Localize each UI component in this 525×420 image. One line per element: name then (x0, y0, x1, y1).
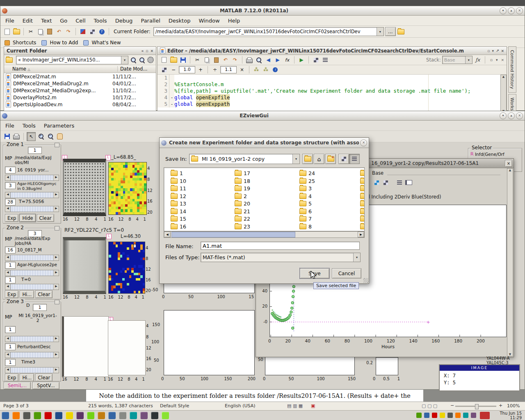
up-one-level-icon[interactable] (302, 154, 313, 164)
cell-eval-advance-icon[interactable]: ⁂ (262, 66, 270, 74)
undo-icon[interactable]: ↶ (55, 27, 63, 36)
folder-item[interactable]: 1 (171, 170, 183, 176)
results-layout-icon[interactable] (404, 178, 413, 187)
file-row[interactable]: DoverlayPlots2.m10/17/2... (4, 94, 156, 101)
folder-item[interactable]: 18 (235, 178, 250, 184)
zone2-field-2[interactable]: 16 (5, 247, 16, 253)
folder-item[interactable]: 8 (299, 224, 312, 230)
multiply-icon[interactable]: × (238, 66, 246, 74)
zone1-hide-button[interactable]: Hide (20, 214, 35, 222)
folder-item[interactable]: 14 (171, 208, 186, 215)
new-folder-icon[interactable]: + (325, 154, 336, 164)
taskbar-app-icon-12[interactable] (119, 412, 126, 419)
zoom-out-icon[interactable]: − (450, 403, 454, 408)
cell-value2-field[interactable]: 1.1 (220, 66, 237, 73)
matlab-menu-text[interactable]: Text (41, 18, 52, 24)
current-folder-path-combo[interactable]: /media/data/EASY/InovImager_jwrCF_WINLin… (153, 27, 384, 36)
back-icon[interactable]: ◀ (264, 56, 272, 64)
taskbar-app-icon-1[interactable] (2, 412, 9, 419)
close-icon[interactable]: × (501, 58, 504, 62)
chevron-down-icon[interactable]: ▾ (377, 27, 383, 36)
zone2-exp-button[interactable]: Exp (5, 290, 18, 298)
increase-icon[interactable]: + (196, 66, 205, 74)
zone1-clear-button[interactable]: Clear (37, 214, 54, 222)
resize-grip[interactable] (363, 278, 368, 283)
folder-item[interactable]: 12 (171, 193, 186, 199)
zone3-field-4[interactable]: 1 (5, 359, 16, 366)
file-row[interactable]: DMPexcel2mat_MediaDrug2.m04/01/2... (4, 80, 156, 87)
gear-icon[interactable] (147, 56, 154, 64)
paste-icon[interactable] (46, 27, 54, 36)
list-view-icon[interactable] (338, 154, 349, 164)
taskbar-app-icon-10[interactable] (98, 412, 105, 419)
file-row[interactable]: DMPexcel2mat.m11/11/2... (4, 73, 156, 80)
zone1-plate-photo[interactable] (63, 159, 106, 216)
new-file-icon[interactable] (3, 27, 11, 36)
zone1-heatmap[interactable] (108, 162, 147, 215)
zone2-slider-2[interactable]: ◀▶ (5, 270, 59, 276)
pan-hand-icon[interactable] (56, 132, 64, 141)
redo-icon[interactable]: ↷ (231, 56, 239, 64)
zone2-field-4[interactable]: 1 (5, 276, 16, 283)
chevron-down-icon[interactable]: ▾ (492, 49, 494, 53)
redo-icon[interactable]: ↷ (64, 27, 73, 36)
clock[interactable]: Thu Jun 15 11:29 (492, 411, 525, 420)
ezview-titlebar[interactable]: EZviewGui ▾ ▴ × (0, 111, 525, 121)
zone3-slider-3[interactable]: ◀▶ (5, 367, 59, 373)
new-script-icon[interactable] (160, 56, 168, 64)
image-tool-icon[interactable]: L (106, 234, 112, 239)
dock-icon[interactable]: ▫ (487, 49, 490, 53)
copy-icon[interactable] (203, 56, 211, 64)
tray-icon-5[interactable] (447, 413, 453, 418)
chevron-down-icon[interactable]: ▾ (353, 253, 360, 262)
editor-scrollbar[interactable]: ▲▼ (500, 75, 507, 112)
maximize-icon[interactable]: ▴ (508, 7, 515, 14)
print-icon[interactable] (12, 132, 21, 141)
code-line[interactable]: 2%EstartConsole.m (158, 81, 507, 88)
semil-button[interactable]: SemiL... (4, 382, 31, 389)
folder-item[interactable] (360, 178, 365, 184)
guide-icon[interactable] (88, 27, 96, 36)
cell-value1-field[interactable]: 1.0 (179, 66, 195, 73)
cancel-button[interactable]: Cancel (332, 268, 361, 278)
undo-icon[interactable]: ↶ (221, 56, 230, 64)
zone1-index-field[interactable]: 1 (28, 147, 42, 154)
tray-icon-7[interactable] (463, 413, 468, 418)
taskbar-app-icon-11[interactable] (108, 412, 116, 419)
folder-item[interactable]: 16 (171, 224, 186, 230)
zone1-slider-1[interactable]: ◀▶ (5, 175, 59, 181)
print-icon[interactable] (245, 56, 253, 64)
image-window-titlebar[interactable]: IMAGE (440, 365, 519, 371)
tray-icon-1[interactable] (416, 413, 422, 418)
code-line[interactable]: 4-global openExpfile (158, 94, 507, 101)
cut-icon[interactable]: ✂ (27, 27, 35, 36)
search-icon[interactable] (130, 56, 137, 64)
zone1-field-2[interactable]: 4 (5, 167, 16, 173)
zone2-clear-button[interactable]: Clear (35, 290, 52, 298)
close-icon[interactable]: × (516, 7, 523, 14)
taskbar-app-icon-2[interactable] (12, 412, 20, 419)
tray-alert-icon[interactable] (480, 412, 490, 419)
page-style[interactable]: Default Style (160, 403, 189, 409)
cell-divider-icon[interactable] (321, 56, 329, 64)
book-view-icons[interactable]: ▢ ▢ ▢ (422, 403, 437, 409)
language-selector[interactable]: English (USA) (225, 403, 256, 409)
file-row[interactable]: DMPexcel2mat_MediaDrug2exp...11/10/2... (4, 87, 156, 94)
folder-item[interactable]: 15 (171, 216, 186, 222)
word-count[interactable]: 215 words, 1,387 characters (88, 403, 153, 409)
maximize-icon[interactable]: ▴ (508, 112, 515, 119)
zone2-heatmap[interactable] (108, 242, 145, 294)
close-icon[interactable]: × (516, 112, 523, 119)
tray-icon-4[interactable] (440, 413, 445, 418)
zone1-field-4[interactable]: 28 (5, 199, 16, 205)
column-header-name[interactable]: Name △ (4, 66, 118, 72)
paste-icon[interactable] (212, 56, 220, 64)
zoom-slider[interactable] (455, 406, 496, 407)
zoom-in-icon[interactable]: + (37, 132, 45, 141)
run-icon[interactable]: ▶ (297, 56, 306, 64)
save-status-icon[interactable]: ▣ (311, 403, 315, 409)
matlab-menu-go[interactable]: Go (60, 18, 67, 24)
folder-item[interactable] (360, 208, 365, 215)
column-header-date[interactable]: Date Mod... (118, 66, 147, 72)
close-panel-icon[interactable]: × (150, 49, 153, 53)
